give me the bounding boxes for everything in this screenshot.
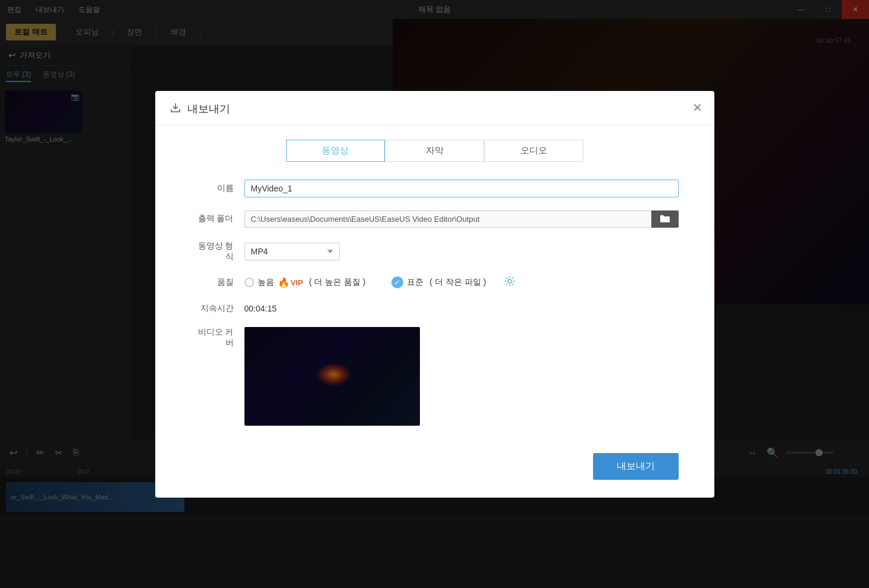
format-select[interactable]: MP4 AVI MOV MKV WMV	[244, 243, 340, 260]
cover-glow	[316, 363, 352, 386]
export-button[interactable]: 내보내기	[593, 453, 679, 480]
quality-std-label: 표준	[407, 277, 423, 288]
modal-footer: 내보내기	[155, 439, 714, 480]
quality-high-label: 높음	[258, 277, 274, 288]
fire-icon: 🔥	[278, 277, 290, 288]
folder-input[interactable]	[244, 210, 651, 228]
quality-std-radio[interactable]: ✓	[391, 276, 403, 288]
modal-form: 이름 출력 폴더 동영상 형식 MP4 AVI MOV MKV	[155, 180, 714, 426]
format-row: 동영상 형식 MP4 AVI MOV MKV WMV	[191, 241, 679, 262]
svg-point-0	[508, 279, 512, 283]
quality-std-sub: ( 더 작은 파일 )	[429, 277, 486, 288]
modal-tab-video[interactable]: 동영상	[286, 140, 385, 162]
quality-std-group: ✓ 표준 ( 더 작은 파일 )	[391, 276, 486, 288]
export-dialog: 내보내기 ✕ 동영상 자막 오디오 이름 출력 폴더	[155, 91, 714, 498]
cover-label: 비디오 커버	[191, 327, 244, 348]
format-label: 동영상 형식	[191, 241, 244, 262]
browse-folder-button[interactable]	[651, 210, 679, 228]
quality-high-group: 높음 🔥 VIP ( 더 높은 품질 )	[244, 277, 366, 288]
name-input[interactable]	[244, 180, 679, 197]
vip-badge: 🔥 VIP	[278, 277, 303, 288]
modal-tab-audio[interactable]: 오디오	[484, 140, 583, 162]
export-header-icon	[170, 102, 181, 117]
cover-row: 비디오 커버	[191, 327, 679, 426]
name-row: 이름	[191, 180, 679, 197]
folder-input-wrapper	[244, 210, 679, 228]
vip-text: VIP	[291, 278, 303, 287]
video-cover-thumbnail[interactable]	[244, 327, 420, 426]
quality-row: 품질 높음 🔥 VIP ( 더 높은 품질 ) ✓ 표준 ( 더 작은 파일 )	[191, 275, 679, 290]
quality-label: 품질	[191, 277, 244, 288]
quality-options: 높음 🔥 VIP ( 더 높은 품질 ) ✓ 표준 ( 더 작은 파일 )	[244, 275, 516, 290]
modal-tabs: 동영상 자막 오디오	[286, 140, 583, 162]
modal-close-button[interactable]: ✕	[692, 102, 702, 114]
modal-tab-subtitle[interactable]: 자막	[385, 140, 484, 162]
settings-gear-button[interactable]	[504, 275, 516, 290]
folder-row: 출력 폴더	[191, 210, 679, 228]
folder-label: 출력 폴더	[191, 213, 244, 224]
quality-high-sub: ( 더 높은 품질 )	[309, 277, 365, 288]
modal-title: 내보내기	[187, 102, 230, 116]
duration-value: 00:04:15	[244, 304, 277, 313]
quality-high-radio[interactable]	[244, 278, 254, 287]
duration-label: 지속시간	[191, 303, 244, 314]
name-label: 이름	[191, 183, 244, 194]
modal-header: 내보내기 ✕	[155, 91, 714, 125]
duration-row: 지속시간 00:04:15	[191, 303, 679, 314]
